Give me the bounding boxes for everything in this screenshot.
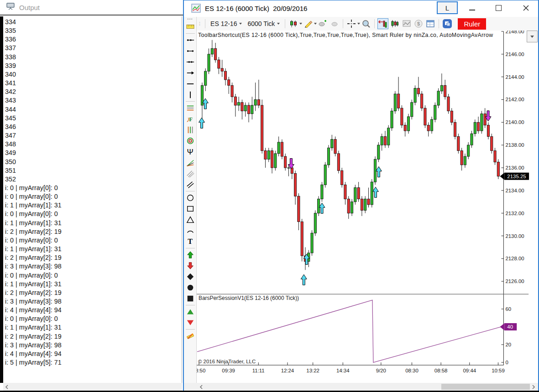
chart-titlebar[interactable]: ES 12-16 (6000 Tick) 20/09/2016 L	[184, 0, 538, 17]
separator	[285, 19, 285, 28]
scroll-left-icon[interactable]	[198, 383, 205, 391]
vertical-line-tool-icon[interactable]	[185, 90, 196, 100]
output-hscrollbar[interactable]	[3, 383, 182, 391]
drawing-tools-button[interactable]	[303, 18, 314, 29]
svg-text:08:30: 08:30	[405, 368, 419, 373]
ellipse-tool-icon[interactable]	[185, 193, 196, 203]
instrument-link-button[interactable]	[442, 18, 453, 29]
segment-tool-icon[interactable]	[185, 46, 196, 56]
candle	[424, 108, 426, 125]
output-content[interactable]: 3343353363373383393403413423433443453463…	[3, 16, 182, 383]
interval-selector[interactable]: 6000 Tick	[245, 19, 283, 29]
minimize-button[interactable]	[461, 0, 482, 15]
output-line: i: 0 | myArray[0]: 0	[5, 271, 182, 280]
scroll-left-icon[interactable]	[3, 383, 10, 391]
fib-time-tool-icon[interactable]	[185, 125, 196, 135]
chart-style-button[interactable]	[288, 18, 299, 29]
scroll-right-icon[interactable]	[530, 383, 537, 391]
close-button[interactable]	[515, 0, 536, 15]
separator	[186, 191, 195, 191]
target-tool-icon[interactable]	[185, 136, 196, 146]
pitchfork-tool-icon[interactable]: Ψ	[185, 147, 196, 157]
chart-canvas[interactable]: 2148.002146.002144.002142.002140.002138.…	[197, 31, 538, 383]
bars-panel-button[interactable]	[389, 18, 400, 29]
chart-hscrollbar[interactable]	[184, 383, 538, 391]
arrow-down-marker-tool-icon[interactable]	[185, 261, 196, 271]
chevron-down-icon	[530, 36, 534, 38]
candle	[271, 151, 273, 168]
candle	[351, 202, 353, 213]
output-line: 338	[5, 53, 182, 62]
candle	[440, 85, 443, 91]
ruler-tool-icon[interactable]	[185, 22, 196, 32]
candle	[467, 145, 470, 156]
arrow-up-marker-tool-icon[interactable]	[185, 250, 196, 260]
output-lines: 3343353363373383393403413423433443453463…	[3, 16, 182, 367]
parallel-lines-tool-icon[interactable]	[185, 180, 196, 190]
fib-retracement-tool-icon[interactable]	[185, 103, 196, 113]
instrument-selector[interactable]: ES 12-16	[208, 19, 245, 29]
extended-line-tool-icon[interactable]	[185, 57, 196, 67]
arrow-line-tool-icon[interactable]	[185, 68, 196, 78]
gann-fan-tool-icon[interactable]	[185, 158, 196, 168]
price-axis-dropdown-button[interactable]	[527, 31, 538, 42]
output-line: 343	[5, 96, 182, 105]
zoom-button[interactable]	[361, 18, 372, 29]
regression-channel-tool-icon[interactable]	[185, 169, 196, 179]
svg-text:12:24: 12:24	[281, 368, 294, 373]
text-tool-icon[interactable]: T	[185, 237, 196, 247]
chevron-down-icon[interactable]	[357, 23, 360, 25]
triangle-tool-icon[interactable]	[185, 215, 196, 225]
ray-tool-icon[interactable]	[185, 36, 196, 45]
toolbar-grip-icon[interactable]: ⁞	[199, 21, 201, 26]
ruler-button[interactable]: Ruler	[458, 18, 486, 30]
output-titlebar[interactable]: Output	[0, 0, 183, 15]
dot-marker-tool-icon[interactable]	[185, 283, 196, 293]
account-dollar-button[interactable]: $	[413, 18, 424, 29]
svg-text:$: $	[417, 21, 420, 26]
triangle-down-marker-tool-icon[interactable]	[185, 318, 196, 328]
output-line: i: 0 | myArray[0]: 0	[5, 236, 182, 245]
snapshot-button[interactable]	[401, 18, 412, 29]
indicator-button[interactable]	[329, 18, 340, 29]
toolbar-grip-icon[interactable]: •••	[187, 17, 193, 21]
candle	[384, 136, 386, 145]
svg-text:40: 40	[507, 324, 513, 330]
candle	[494, 151, 496, 162]
candle	[450, 111, 453, 122]
output-line: i: 5 | myArray[5]: 71	[5, 358, 182, 367]
output-line: i: 1 | myArray[1]: 31	[5, 280, 182, 289]
diamond-marker-tool-icon[interactable]	[185, 272, 196, 282]
output-line: 334	[5, 18, 182, 26]
triangle-up-marker-tool-icon[interactable]	[185, 307, 196, 317]
output-line: i: 1 | myArray[1]: 31	[5, 201, 182, 210]
price-axis[interactable]: 2148.002146.002144.002142.002140.002138.…	[501, 31, 524, 365]
candle	[354, 188, 356, 202]
risk-ruler-tool-icon[interactable]	[185, 331, 196, 341]
drawing-tool-strip: ••• FΨT	[184, 17, 197, 383]
arc-tool-icon[interactable]	[185, 226, 196, 236]
square-marker-tool-icon[interactable]	[185, 294, 196, 304]
scrollbar-thumb[interactable]	[441, 384, 530, 390]
svg-text:2140.00: 2140.00	[505, 119, 524, 125]
l-hotkey-button[interactable]: L	[437, 1, 458, 14]
up-signal-arrow	[199, 118, 204, 128]
chevron-down-icon[interactable]	[299, 23, 302, 25]
candle	[430, 119, 433, 131]
svg-text:2135.25: 2135.25	[507, 174, 526, 179]
crosshair-button[interactable]	[346, 18, 357, 29]
candle	[481, 114, 483, 131]
output-line: i: 0 | myArray[0]: 0	[5, 184, 182, 192]
data-grid-button[interactable]	[425, 18, 436, 29]
rectangle-tool-icon[interactable]	[185, 204, 196, 214]
fib-extension-tool-icon[interactable]: F	[185, 114, 196, 124]
candle	[288, 168, 290, 168]
chart-area[interactable]: 2148.002146.002144.002142.002140.002138.…	[197, 31, 538, 383]
candle	[234, 97, 236, 105]
chart-trader-button[interactable]	[377, 18, 388, 29]
chevron-down-icon[interactable]	[314, 23, 317, 25]
maximize-button[interactable]	[488, 0, 509, 15]
horizontal-line-tool-icon[interactable]	[185, 79, 196, 89]
chart-window-icon	[191, 4, 201, 15]
add-indicator-button[interactable]	[317, 18, 328, 29]
